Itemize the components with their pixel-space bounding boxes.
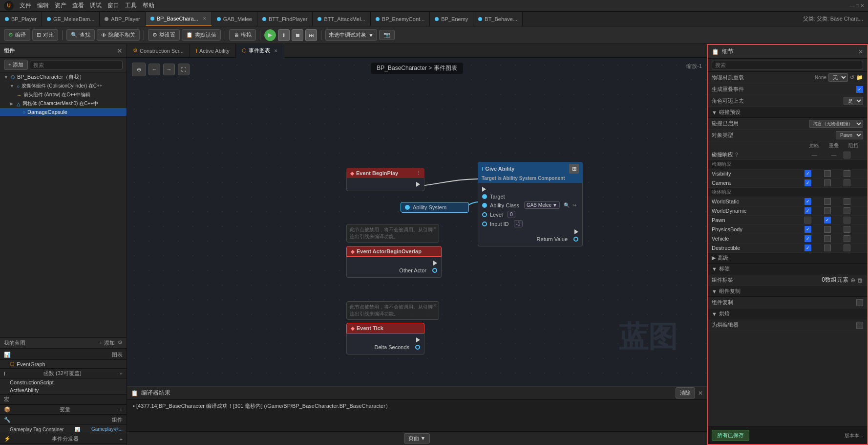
menu-edit[interactable]: 编辑 [37, 1, 49, 10]
fit-view-button[interactable]: ⛶ [178, 64, 190, 75]
tab-btt-findplayer[interactable]: BTT_FindPlayer [257, 12, 313, 26]
menu-view[interactable]: 查看 [72, 1, 84, 10]
tree-active-ability[interactable]: ActiveAbility [0, 386, 127, 394]
d-ignore-checkbox[interactable] [804, 245, 811, 251]
bake-section[interactable]: ▼ 烘焙 [708, 309, 867, 319]
tree-item-damage-capsule[interactable]: ○ DamageCapsule [0, 108, 127, 116]
panel-close-icon[interactable]: ✕ [117, 47, 123, 55]
pan-mode-button[interactable]: ⊕ [132, 63, 146, 76]
step-button[interactable]: ⏭ [305, 29, 317, 41]
settings-icon[interactable]: ⚙ [118, 339, 123, 347]
v-overlap-checkbox[interactable] [824, 235, 831, 242]
tab-abp-player[interactable]: ABP_Player [100, 12, 145, 26]
tab-ge-melee[interactable]: GE_MeleeDam... [42, 12, 100, 26]
d-block-checkbox[interactable] [844, 245, 850, 251]
tab-bt-behave[interactable]: BT_Behave... [473, 12, 523, 26]
physics-material-select[interactable]: 无 [828, 73, 848, 82]
visibility-ignore-checkbox[interactable] [804, 170, 811, 177]
give-ability-node[interactable]: f Give Ability ⊞ Target is Ability Syste… [478, 162, 583, 246]
tab-bp-enemy[interactable]: BP_Enemy [430, 12, 473, 26]
event-begin-play-node[interactable]: ◆ Event BeginPlay ⋮ [346, 168, 424, 191]
add-tag-icon[interactable]: ⊕ [850, 277, 855, 284]
nav-back-button[interactable]: ← [148, 64, 160, 75]
visibility-overlap-checkbox[interactable] [824, 170, 831, 177]
ability-class-select[interactable]: GAB Melee ▼ [524, 201, 560, 209]
ws-block-checkbox[interactable] [844, 198, 850, 205]
event-actor-begin-overlap-node[interactable]: ◆ Event ActorBeginOverlap Other Actor [346, 246, 442, 278]
pause-button[interactable]: ⏸ [278, 29, 290, 41]
reset-icon[interactable]: ↺ [850, 74, 854, 81]
wd-block-checkbox[interactable] [844, 207, 850, 214]
diff-button[interactable]: ⊞ 对比 [32, 29, 58, 41]
bake-checkbox[interactable] [856, 322, 863, 329]
disabled-close-icon[interactable]: ✕ [433, 303, 437, 308]
tree-event-graph[interactable]: ⬡ EventGraph [0, 360, 127, 368]
menu-tools[interactable]: 工具 [125, 1, 137, 10]
add-func-button[interactable]: + [120, 371, 123, 377]
v-block-checkbox[interactable] [844, 235, 850, 242]
replication-checkbox[interactable] [856, 299, 863, 306]
folder-icon[interactable]: 📁 [856, 74, 863, 81]
tree-item-mesh[interactable]: ▶ △ 网格体 (CharacterMesh0) 在C++中 [0, 99, 127, 108]
tree-item-arrow[interactable]: → 前头组件 (Arrow) 在C++中编辑 [0, 90, 127, 99]
add-component-button[interactable]: + 添加 [4, 60, 28, 70]
save-all-button[interactable]: 所有已保存 [712, 430, 749, 441]
ability-system-node[interactable]: Ability System [401, 202, 469, 213]
tab-gab-melee[interactable]: GAB_Melee [212, 12, 257, 26]
object-type-select[interactable]: Pawn [836, 131, 863, 139]
stop-button[interactable]: ⏹ [292, 29, 303, 41]
pawn-block-checkbox[interactable] [844, 217, 850, 223]
visibility-block-checkbox[interactable] [844, 170, 850, 177]
tab-bp-player[interactable]: BP_Player [0, 12, 42, 26]
page-button[interactable]: 页面 ▼ [404, 433, 430, 444]
block-checkbox[interactable] [844, 152, 850, 158]
menu-debug[interactable]: 调试 [90, 1, 102, 10]
d-overlap-checkbox[interactable] [824, 245, 831, 251]
type-settings-button[interactable]: ⚙ 类设置 [148, 29, 180, 41]
tags-section-header[interactable]: ▼ 标签 [708, 264, 867, 274]
menu-window[interactable]: 窗口 [107, 1, 119, 10]
ws-ignore-checkbox[interactable] [804, 198, 811, 205]
menu-asset[interactable]: 资产 [55, 1, 66, 10]
component-replication-section[interactable]: ▼ 组件复制 [708, 286, 867, 297]
tab-active-ability[interactable]: f Active Ability [190, 44, 236, 58]
pawn-overlap-checkbox[interactable] [824, 217, 831, 223]
panel-close-icon[interactable]: ✕ [698, 390, 703, 397]
generate-overlap-checkbox[interactable] [856, 86, 863, 93]
tab-bp-basecharacter[interactable]: BP_BaseChara... ✕ [146, 12, 212, 26]
tab-bp-enemycont[interactable]: BP_EnemyCont... [371, 12, 430, 26]
tree-item-capsule[interactable]: ▼ ○ 胶囊体组件 (CollisionCylinder) 在C++ [0, 82, 127, 90]
camera-block-checkbox[interactable] [844, 179, 850, 186]
tab-event-graph[interactable]: ⬡ 事件图表 ✕ [236, 44, 284, 58]
component-search-input[interactable] [30, 61, 123, 69]
nav-forward-button[interactable]: → [163, 64, 175, 75]
tab-close-icon[interactable]: ✕ [203, 16, 207, 21]
tree-item-root[interactable]: ▼ ⬡ BP_BaseCharacter（自我） [0, 72, 127, 82]
pawn-ignore-checkbox[interactable] [804, 217, 811, 223]
details-search-input[interactable] [712, 61, 863, 69]
node-expand-button[interactable]: ⊞ [569, 164, 579, 174]
ws-overlap-checkbox[interactable] [824, 198, 831, 205]
tab-construction-script[interactable]: ⚙ Construction Scr... [127, 44, 190, 58]
collision-section-header[interactable]: ▼ 碰撞预设 [708, 107, 867, 118]
play-button[interactable]: ▶ [264, 29, 276, 41]
debug-select[interactable]: 未选中调试对象 ▼ [325, 29, 377, 41]
tree-construction-script[interactable]: ConstructionScript [0, 378, 127, 386]
expand-icon[interactable]: 🔍 [564, 202, 570, 208]
input-id-input[interactable]: -1 [514, 220, 523, 227]
copy-icon[interactable]: ↪ [572, 202, 576, 208]
level-input[interactable]: 0 [508, 211, 515, 218]
menu-help[interactable]: 帮助 [143, 1, 154, 10]
collision-enabled-select[interactable]: 纯盲（无物理碰撞） [809, 120, 863, 128]
advanced-section-header[interactable]: ▶ 高级 [708, 253, 867, 264]
pb-block-checkbox[interactable] [844, 226, 850, 233]
node-options[interactable]: ⋮ [416, 171, 421, 176]
wd-ignore-checkbox[interactable] [804, 207, 811, 214]
find-button[interactable]: 🔍 查找 [66, 29, 95, 41]
event-tick-node[interactable]: ◆ Event Tick Delta Seconds [346, 323, 424, 355]
tab-btt-attackmel[interactable]: BTT_AttackMel... [313, 12, 370, 26]
debug-icon-btn[interactable]: 📷 [379, 30, 395, 40]
blueprint-canvas[interactable]: ⊕ ← → ⛶ BP_BaseCharacter > 事件图表 缩放-1 [127, 58, 707, 386]
type-default-button[interactable]: 📋 类默认值 [182, 29, 221, 41]
add-blueprint-button[interactable]: + 添加 [100, 339, 115, 347]
